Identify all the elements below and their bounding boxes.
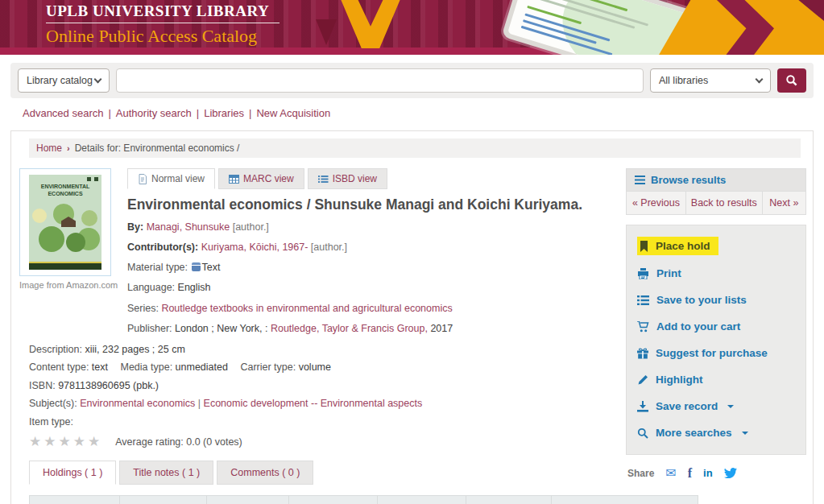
share-email-icon[interactable]: ✉ — [665, 465, 676, 481]
col-date-due[interactable]: Date due▴▾ — [466, 496, 552, 504]
nav-authority-search[interactable]: Authority search — [116, 107, 192, 119]
subject-link[interactable]: Environmental economics — [80, 398, 195, 409]
average-rating-text: Average rating: 0.0 (0 votes) — [115, 436, 242, 448]
list-icon — [637, 295, 649, 305]
cover-column: ENVIRONMENTAL ECONOMICS Image from Amazo… — [19, 168, 111, 341]
library-name: UPLB UNIVERSITY LIBRARY — [46, 2, 279, 20]
col-current-library[interactable]: Current library▴▾ — [120, 496, 207, 504]
material-type-line: Material type: Text — [127, 260, 613, 275]
tab-holdings[interactable]: Holdings ( 1 ) — [29, 461, 116, 485]
book-cover-image: ENVIRONMENTAL ECONOMICS — [29, 175, 101, 270]
breadcrumb-home-link[interactable]: Home — [36, 143, 62, 154]
col-barcode[interactable]: Barcode▴▾ — [552, 496, 698, 504]
subject-link[interactable]: Economic development -- Environmental as… — [204, 398, 423, 409]
tab-isbd-view[interactable]: ISBD view — [308, 168, 387, 189]
more-searches-button[interactable]: More searches — [627, 419, 805, 446]
libraries-value: All libraries — [659, 75, 708, 86]
tab-label: ISBD view — [333, 173, 377, 184]
search-bar: Library catalog All libraries — [10, 63, 814, 98]
results-pager: « Previous Back to results Next » — [627, 191, 805, 214]
nav-new-acquisition[interactable]: New Acquisition — [256, 107, 330, 119]
record-details: Normal view MARC view ISBD view Environm… — [127, 168, 613, 341]
header-titles: UPLB UNIVERSITY LIBRARY Online Public Ac… — [46, 2, 279, 47]
suggest-purchase-button[interactable]: Suggest for purchase — [627, 340, 805, 366]
catalog-type-select[interactable]: Library catalog — [18, 68, 110, 93]
view-tabs: Normal view MARC view ISBD view — [127, 168, 613, 189]
browse-results-header: Browse results — [627, 169, 805, 191]
title-underline — [46, 23, 279, 23]
bookmark-icon — [640, 241, 648, 252]
chevron-down-icon — [94, 75, 102, 83]
tab-label: MARC view — [243, 173, 294, 184]
record-title: Environmental economics / Shunsuke Manag… — [127, 196, 613, 213]
place-hold-button[interactable]: Place hold — [627, 232, 805, 260]
table-icon — [229, 175, 239, 184]
search-icon — [785, 74, 798, 87]
tab-normal-view[interactable]: Normal view — [127, 168, 215, 189]
tab-comments[interactable]: Comments ( 0 ) — [217, 461, 313, 485]
nav-separator: | — [249, 107, 251, 119]
breadcrumb-separator-icon: › — [67, 143, 70, 153]
actions-box: Place hold Print Save to your lists Add … — [626, 225, 806, 455]
cart-icon — [637, 321, 649, 333]
record-top: ENVIRONMENTAL ECONOMICS Image from Amazo… — [19, 168, 613, 341]
record-meta: By: Managi, Shunsuke [author.] Contribut… — [127, 220, 613, 336]
site-header: UPLB UNIVERSITY LIBRARY Online Public Ac… — [0, 0, 824, 55]
save-record-button[interactable]: Save record — [627, 393, 805, 419]
nav-advanced-search[interactable]: Advanced search — [23, 107, 103, 119]
col-status[interactable]: Status▴▾ — [378, 496, 466, 504]
highlight-button[interactable]: Highlight — [627, 366, 805, 393]
list-icon — [318, 175, 329, 184]
author-link[interactable]: Managi, Shunsuke — [147, 221, 230, 233]
print-button[interactable]: Print — [627, 260, 805, 287]
nav-separator: | — [108, 107, 110, 119]
add-to-cart-button[interactable]: Add to your cart — [627, 313, 805, 340]
document-icon — [138, 174, 147, 184]
search-input[interactable] — [116, 68, 644, 93]
nav-libraries[interactable]: Libraries — [204, 107, 244, 119]
contributor-link[interactable]: Kuriyama, Kōichi, 1967- — [201, 242, 308, 253]
holdings-header-row: Item type▴ Current library▴▾ Collection▴… — [30, 496, 698, 504]
col-collection[interactable]: Collection▴▾ — [207, 496, 289, 504]
printer-icon — [637, 268, 649, 279]
tab-marc-view[interactable]: MARC view — [218, 168, 304, 189]
hamburger-icon — [635, 176, 645, 184]
save-to-lists-button[interactable]: Save to your lists — [627, 287, 805, 313]
text-material-icon — [192, 262, 201, 271]
contributor-line: Contributor(s): Kuriyama, Kōichi, 1967- … — [127, 240, 613, 254]
star-rating-icons: ★★★★★ — [29, 433, 102, 450]
col-call-number[interactable]: Call number▴▾ — [289, 496, 378, 504]
catalog-name: Online Public Access Catalog — [46, 26, 279, 47]
tab-title-notes[interactable]: Title notes ( 1 ) — [119, 461, 213, 485]
pencil-icon — [637, 374, 648, 386]
share-twitter-icon[interactable] — [724, 468, 737, 478]
series-link[interactable]: Routledge textbooks in environmental and… — [161, 303, 452, 314]
next-button[interactable]: Next » — [763, 192, 805, 214]
main-content-card: Home›Details for: Environmental economic… — [10, 130, 814, 504]
share-label: Share — [627, 468, 654, 479]
breadcrumb: Home›Details for: Environmental economic… — [29, 138, 801, 158]
share-facebook-icon[interactable]: f — [688, 466, 692, 481]
back-to-results-button[interactable]: Back to results — [686, 192, 763, 214]
libraries-select[interactable]: All libraries — [650, 68, 771, 93]
cover-caption: Image from Amazon.com — [19, 280, 111, 290]
download-icon — [637, 401, 648, 412]
publisher-link[interactable]: Routledge, Taylor & Francis Group, — [271, 323, 428, 334]
decor-dark-triangle — [316, 19, 337, 45]
share-linkedin-icon[interactable]: in — [703, 467, 713, 479]
series-line: Series: Routledge textbooks in environme… — [127, 301, 613, 316]
browse-results-box: Browse results « Previous Back to result… — [626, 168, 806, 215]
previous-button[interactable]: « Previous — [627, 192, 686, 214]
breadcrumb-current: Details for: Environmental economics / — [75, 143, 240, 154]
search-button[interactable] — [777, 68, 806, 93]
caret-down-icon — [742, 432, 748, 435]
catalog-nav: Advanced search|Authority search|Librari… — [23, 107, 824, 119]
holdings-table: Item type▴ Current library▴▾ Collection▴… — [29, 495, 698, 504]
col-item-type[interactable]: Item type▴ — [30, 496, 120, 504]
tab-label: Normal view — [151, 173, 205, 184]
catalog-type-value: Library catalog — [27, 75, 93, 86]
place-hold-highlight: Place hold — [637, 237, 718, 255]
chevron-down-icon — [756, 75, 764, 83]
right-sidebar: Browse results « Previous Back to result… — [626, 168, 806, 481]
nav-separator: | — [197, 107, 199, 119]
